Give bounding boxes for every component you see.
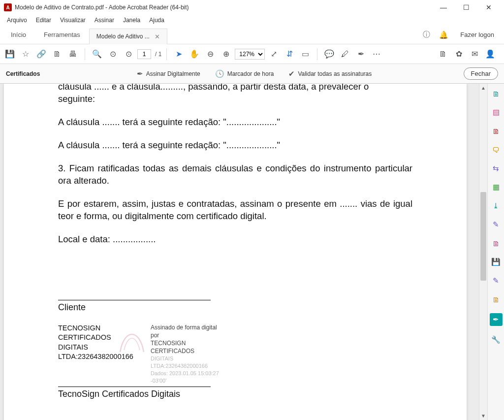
menu-visualizar[interactable]: Visualizar <box>56 16 90 25</box>
rail-more-tools-icon[interactable]: 🔧 <box>491 335 501 345</box>
rail-comment-icon[interactable]: 🗨 <box>491 145 501 155</box>
star-icon[interactable]: ☆ <box>19 47 32 61</box>
share-icon[interactable]: 🔗 <box>34 47 48 61</box>
signature-detail-line: DIGITAIS LTDA:23264382000166 <box>151 355 225 370</box>
maximize-button[interactable]: ☐ <box>455 0 477 15</box>
pdf-page: cláusula ...... e a cláusula........., p… <box>4 84 467 420</box>
menu-assinar[interactable]: Assinar <box>91 16 118 25</box>
zoom-in-icon[interactable]: ⊕ <box>219 47 233 61</box>
minimize-button[interactable]: — <box>432 0 455 15</box>
find-icon[interactable]: 🔍 <box>90 47 104 61</box>
page-down-icon[interactable]: ⊙ <box>122 47 135 61</box>
clock-icon: 🕓 <box>215 69 224 78</box>
rail-combine-icon[interactable]: ⇆ <box>491 163 501 173</box>
doc-paragraph-0a: cláusula ...... e a cláusula........., p… <box>58 84 412 93</box>
menu-ajuda[interactable]: Ajuda <box>145 16 168 25</box>
signature-detail-line: TECNOSIGN CERTIFICADOS <box>151 339 225 355</box>
lock-doc-icon[interactable]: 🗎 <box>50 47 64 61</box>
window-controls: — ☐ ✕ <box>432 0 500 15</box>
more-tools-icon[interactable]: ⋯ <box>370 47 383 61</box>
tab-home[interactable]: Início <box>2 26 35 43</box>
login-link[interactable]: Fazer logon <box>457 31 494 38</box>
doc-paragraph-5: Local e data: ................. <box>58 233 412 246</box>
signature-detail-line: Assinado de forma digital por <box>151 323 225 339</box>
document-viewport[interactable]: cláusula ...... e a cláusula........., p… <box>0 84 479 420</box>
menu-arquivo[interactable]: Arquivo <box>3 16 31 25</box>
tab-close-icon[interactable]: ✕ <box>155 33 160 40</box>
page-total-label: / 1 <box>153 51 161 58</box>
scroll-mode-icon[interactable]: ⇵ <box>283 47 296 61</box>
hand-tool-icon[interactable]: ✋ <box>188 47 201 61</box>
signature-entity: TECNOSIGN CERTIFICADOS DIGITAIS LTDA:232… <box>58 323 142 362</box>
close-certificates-button[interactable]: Fechar <box>464 67 498 80</box>
rail-export-icon[interactable]: 🗎 <box>491 89 501 98</box>
doc-paragraph-4: E por estarem, assim, justas e contratad… <box>58 198 412 223</box>
digital-signature-block[interactable]: TECNOSIGN CERTIFICADOS DIGITAIS LTDA:232… <box>58 323 225 385</box>
zoom-select[interactable]: 127% <box>235 49 265 60</box>
rail-send-icon[interactable]: 🗎 <box>491 294 501 304</box>
validate-signatures-label: Validar todas as assinaturas <box>298 70 372 77</box>
email-icon[interactable]: ✉ <box>468 47 481 61</box>
rail-fill-sign-push-icon[interactable]: 💾 <box>491 257 501 267</box>
close-window-button[interactable]: ✕ <box>477 0 500 15</box>
read-mode-icon[interactable]: ▭ <box>298 47 312 61</box>
menu-editar[interactable]: Editar <box>32 16 55 25</box>
check-pen-icon: ✔ <box>288 69 295 78</box>
tabs-row: Início Ferramentas Modelo de Aditivo ...… <box>0 26 504 44</box>
doc-paragraph-1: A cláusula ....... terá a seguinte redaç… <box>58 116 412 129</box>
comment-icon[interactable]: 💬 <box>322 47 336 61</box>
rail-sign-icon[interactable]: ✎ <box>491 276 501 286</box>
bell-icon[interactable]: 🔔 <box>439 31 448 39</box>
pen-icon: ✒ <box>137 69 143 78</box>
sign-digitally-label: Assinar Digitalmente <box>146 70 200 77</box>
certificates-bar: Certificados ✒ Assinar Digitalmente 🕓 Ma… <box>0 64 504 84</box>
rail-protect-icon[interactable]: 🗎 <box>491 238 501 248</box>
doc-paragraph-0b: seguinte: <box>58 93 412 105</box>
rail-organize-icon[interactable]: ▦ <box>491 182 501 192</box>
certificates-label: Certificados <box>6 70 45 77</box>
app-icon: A <box>4 3 12 11</box>
doc-paragraph-2: A cláusula ....... terá a seguinte redaç… <box>58 139 412 152</box>
rail-compress-icon[interactable]: ⤓ <box>491 201 501 211</box>
validate-signatures-button[interactable]: ✔ Validar todas as assinaturas <box>288 69 372 78</box>
print-icon[interactable]: 🖶 <box>66 47 80 61</box>
signature-company-label: TecnoSign Certificados Digitais <box>58 389 412 399</box>
sign-digitally-button[interactable]: ✒ Assinar Digitalmente <box>137 69 200 78</box>
zoom-out-icon[interactable]: ⊖ <box>203 47 217 61</box>
signature-rule-2 <box>58 387 211 387</box>
rail-redact-icon[interactable]: ✎ <box>491 220 501 229</box>
rail-certificates-icon[interactable]: ✒ <box>490 313 503 326</box>
fit-width-icon[interactable]: ⤢ <box>267 47 281 61</box>
window-title: Modelo de Aditivo de Contrato.pdf - Adob… <box>15 4 432 11</box>
scroll-up-arrow-icon[interactable]: ▲ <box>479 84 487 92</box>
select-tool-icon[interactable]: ➤ <box>172 47 186 61</box>
save-icon[interactable]: 💾 <box>3 47 17 61</box>
timestamp-button[interactable]: 🕓 Marcador de hora <box>215 69 274 78</box>
page-up-icon[interactable]: ⊙ <box>106 47 120 61</box>
signature-rule-1 <box>58 300 211 300</box>
help-icon[interactable]: ⓘ <box>423 30 430 39</box>
create-pdf-icon[interactable]: 🗎 <box>436 47 450 61</box>
sign-pen-icon[interactable]: ✒ <box>354 47 368 61</box>
page-number-input[interactable] <box>137 49 151 59</box>
highlight-icon[interactable]: 🖊 <box>338 47 352 61</box>
scroll-down-arrow-icon[interactable]: ▼ <box>479 412 487 420</box>
tab-document[interactable]: Modelo de Aditivo ... ✕ <box>89 29 167 44</box>
rail-edit-icon[interactable]: ▤ <box>491 107 501 117</box>
account-icon[interactable]: 👤 <box>483 47 497 61</box>
tab-document-label: Modelo de Aditivo ... <box>96 33 150 40</box>
titlebar: A Modelo de Aditivo de Contrato.pdf - Ad… <box>0 0 504 15</box>
timestamp-label: Marcador de hora <box>227 70 274 77</box>
vertical-scrollbar[interactable]: ▲ ▼ <box>479 84 487 420</box>
signature-detail-line: Dados: 2023.01.05 15:03:27 <box>151 370 225 377</box>
signature-detail-line: -03'00' <box>151 377 225 385</box>
signature-client-label: Cliente <box>58 302 412 313</box>
doc-paragraph-3: 3. Ficam ratificadas todas as demais clá… <box>58 162 412 187</box>
tab-tools[interactable]: Ferramentas <box>35 26 89 43</box>
menubar: Arquivo Editar Visualizar Assinar Janela… <box>0 15 504 26</box>
scrollbar-thumb[interactable] <box>480 192 486 281</box>
menu-janela[interactable]: Janela <box>119 16 144 25</box>
stamp-icon[interactable]: ✿ <box>452 47 466 61</box>
rail-create-icon[interactable]: 🗎 <box>491 126 501 136</box>
workspace: cláusula ...... e a cláusula........., p… <box>0 84 504 420</box>
